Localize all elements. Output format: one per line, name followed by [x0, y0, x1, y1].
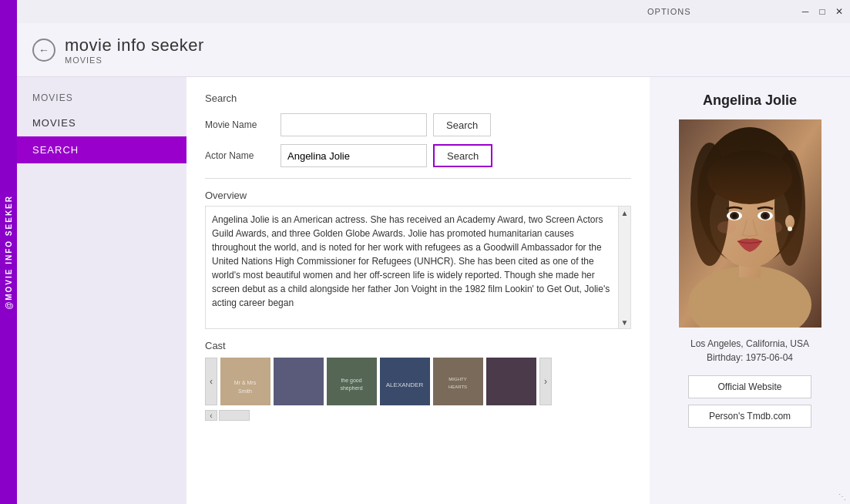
svg-rect-12: [486, 358, 536, 405]
actor-search-button[interactable]: Search: [433, 144, 492, 167]
left-nav: MOVIES MOVIES SEARCH: [17, 77, 186, 504]
cast-strip-container: ‹ Mr & Mrs Smith the good: [205, 358, 631, 405]
actor-name-label: Actor Name: [205, 150, 274, 161]
scroll-up-arrow[interactable]: ▲: [619, 207, 631, 219]
overview-scrollbar: ▲ ▼: [618, 207, 630, 328]
svg-text:ALEXANDER: ALEXANDER: [386, 381, 424, 388]
scroll-down-arrow[interactable]: ▼: [619, 316, 631, 328]
close-button[interactable]: ✕: [832, 4, 847, 19]
cast-poster-5[interactable]: MIGHTY HEARTS: [433, 358, 483, 405]
svg-text:Mr & Mrs: Mr & Mrs: [234, 380, 257, 385]
cast-poster-4-svg: ALEXANDER: [380, 358, 430, 405]
resize-handle-area: ⋱: [835, 489, 850, 504]
person-name: Angelina Jolie: [703, 92, 797, 109]
tmdb-link-button[interactable]: Person's Tmdb.com: [688, 405, 811, 428]
svg-point-28: [717, 221, 736, 234]
cast-poster-6-svg: [486, 358, 536, 405]
search-section-label: Search: [205, 92, 631, 104]
cast-poster-6[interactable]: [486, 358, 536, 405]
content-layout: MOVIES MOVIES SEARCH Search Movie Name S…: [17, 77, 850, 504]
maximize-button[interactable]: □: [815, 4, 830, 19]
cast-prev-button[interactable]: ‹: [205, 358, 217, 405]
actor-name-row: Actor Name Search: [205, 144, 631, 167]
svg-text:shepherd: shepherd: [340, 385, 362, 391]
cast-poster-1[interactable]: Mr & Mrs Smith: [220, 358, 270, 405]
actor-name-input[interactable]: [281, 144, 427, 167]
overview-box: Angelina Jolie is an American actress. S…: [205, 206, 631, 329]
app-title-group: movie info seeker MOVIES: [65, 35, 204, 65]
center-panel: Search Movie Name Search Actor Name Sear…: [186, 77, 650, 504]
overview-text: Angelina Jolie is an American actress. S…: [206, 207, 618, 328]
movie-name-row: Movie Name Search: [205, 113, 631, 136]
movie-search-button[interactable]: Search: [433, 113, 491, 136]
cast-poster-3-svg: the good shepherd: [327, 358, 377, 405]
title-bar: OPTIONS ─ □ ✕: [0, 0, 850, 23]
person-photo-svg: [679, 119, 821, 328]
sidebar-item-movies[interactable]: MOVIES: [17, 109, 186, 136]
window-controls: ─ □ ✕: [798, 4, 847, 19]
sidebar-item-search[interactable]: SEARCH: [17, 136, 186, 163]
official-website-button[interactable]: Official Website: [688, 375, 811, 398]
minimize-button[interactable]: ─: [798, 4, 813, 19]
svg-point-24: [732, 213, 737, 218]
cast-poster-2[interactable]: [274, 358, 324, 405]
cast-poster-1-svg: Mr & Mrs Smith: [220, 358, 270, 405]
svg-rect-3: [274, 358, 324, 405]
cast-scroll-left[interactable]: ‹: [205, 410, 217, 421]
cast-poster-4[interactable]: ALEXANDER: [380, 358, 430, 405]
cast-poster-3[interactable]: the good shepherd: [327, 358, 377, 405]
cast-scroll-track[interactable]: [219, 410, 250, 421]
svg-rect-16: [719, 274, 781, 328]
overview-label: Overview: [205, 190, 631, 201]
person-photo: [679, 119, 821, 328]
svg-text:MIGHTY: MIGHTY: [449, 377, 466, 381]
person-birthday: Birthday: 1975-06-04: [707, 352, 793, 363]
cast-poster-5-svg: MIGHTY HEARTS: [433, 358, 483, 405]
divider: [205, 178, 631, 179]
main-area: ← movie info seeker MOVIES MOVIES MOVIES…: [17, 23, 850, 504]
vertical-sidebar: @MOVIE INFO SEEKER: [0, 0, 17, 504]
svg-point-21: [707, 150, 792, 204]
app-subtitle: MOVIES: [65, 55, 204, 65]
app-brand-label: @MOVIE INFO SEEKER: [5, 195, 13, 310]
person-location: Los Angeles, California, USA: [690, 338, 809, 349]
cast-scrollbar-row: ‹: [205, 410, 631, 421]
svg-text:Smith: Smith: [238, 388, 252, 394]
movie-name-input[interactable]: [281, 113, 427, 136]
back-button[interactable]: ←: [32, 39, 55, 62]
app-title: movie info seeker: [65, 35, 204, 55]
svg-text:HEARTS: HEARTS: [449, 385, 467, 389]
options-label: OPTIONS: [647, 7, 691, 16]
right-panel: Angelina Jolie: [650, 77, 850, 504]
svg-point-27: [763, 213, 768, 218]
movie-name-label: Movie Name: [205, 119, 274, 130]
cast-label: Cast: [205, 340, 631, 351]
svg-rect-9: [433, 358, 483, 405]
nav-section-label: MOVIES: [17, 92, 186, 109]
svg-text:the good: the good: [341, 378, 361, 384]
cast-next-button[interactable]: ›: [539, 358, 552, 405]
cast-poster-2-svg: [274, 358, 324, 405]
svg-point-29: [764, 221, 782, 234]
svg-point-31: [788, 227, 792, 231]
app-header: ← movie info seeker MOVIES: [17, 23, 850, 77]
resize-handle-icon[interactable]: ⋱: [838, 492, 846, 501]
